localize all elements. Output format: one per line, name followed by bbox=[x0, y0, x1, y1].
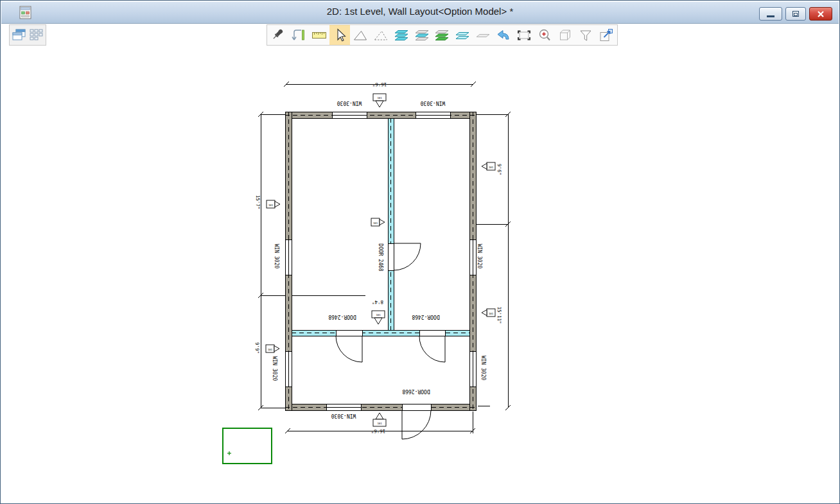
open-in-new-view-button[interactable] bbox=[596, 25, 617, 45]
zoom-extents-button[interactable] bbox=[514, 25, 534, 45]
drawing-canvas[interactable] bbox=[2, 24, 838, 502]
close-button[interactable] bbox=[809, 7, 832, 21]
window-title: 2D: 1st Level, Wall Layout<Option Model>… bbox=[1, 6, 839, 17]
jog-dimension-tool-button[interactable] bbox=[288, 25, 309, 45]
layers-two-icon bbox=[454, 27, 471, 44]
layer-single-icon bbox=[475, 27, 491, 44]
layers-stack-mixed-icon bbox=[414, 27, 430, 44]
restore-button[interactable] bbox=[785, 7, 806, 21]
layers-stack-cyan-button[interactable] bbox=[391, 25, 412, 45]
triangle-dashed-tool-button[interactable] bbox=[371, 25, 391, 45]
undo-icon bbox=[495, 27, 512, 44]
close-icon bbox=[817, 10, 825, 18]
view-3d-box-button[interactable] bbox=[555, 25, 575, 45]
triangle-tool-button[interactable] bbox=[350, 25, 371, 45]
window-controls bbox=[759, 7, 832, 21]
layers-stack-mixed-button[interactable] bbox=[412, 25, 432, 45]
tile-windows-icon bbox=[28, 27, 44, 44]
zoom-in-icon bbox=[536, 27, 553, 44]
undo-button[interactable] bbox=[493, 25, 514, 45]
app-window: 2D: 1st Level, Wall Layout<Option Model>… bbox=[0, 0, 840, 504]
filter-button[interactable] bbox=[575, 25, 596, 45]
view-3d-box-icon bbox=[557, 27, 573, 44]
main-toolbar bbox=[267, 24, 618, 46]
jog-dimension-icon bbox=[290, 27, 307, 44]
pin-icon bbox=[270, 27, 286, 44]
open-in-new-view-icon bbox=[598, 27, 615, 44]
title-bar[interactable]: 2D: 1st Level, Wall Layout<Option Model>… bbox=[1, 1, 839, 24]
zoom-extents-icon bbox=[516, 27, 532, 44]
cascade-windows-icon bbox=[11, 27, 28, 44]
window-tools-panel bbox=[9, 24, 46, 46]
layers-stack-green-icon bbox=[433, 27, 450, 44]
filter-icon bbox=[577, 27, 594, 44]
pin-tool-button[interactable] bbox=[268, 25, 288, 45]
zoom-in-button[interactable] bbox=[534, 25, 555, 45]
layers-stack-cyan-icon bbox=[393, 27, 410, 44]
restore-icon bbox=[792, 11, 799, 17]
tile-windows-button[interactable] bbox=[28, 25, 44, 45]
cascade-windows-button[interactable] bbox=[11, 25, 28, 45]
triangle-dashed-icon bbox=[372, 27, 389, 44]
minimize-button[interactable] bbox=[759, 7, 782, 21]
minimize-icon bbox=[767, 15, 774, 17]
select-cursor-icon bbox=[331, 27, 348, 44]
layers-stack-green-button[interactable] bbox=[432, 25, 453, 45]
ruler-icon bbox=[311, 27, 328, 44]
layers-two-button[interactable] bbox=[452, 25, 473, 45]
layer-single-button[interactable] bbox=[473, 25, 493, 45]
ruler-tool-button[interactable] bbox=[309, 25, 329, 45]
select-cursor-button[interactable] bbox=[329, 25, 350, 45]
triangle-icon bbox=[352, 27, 369, 44]
